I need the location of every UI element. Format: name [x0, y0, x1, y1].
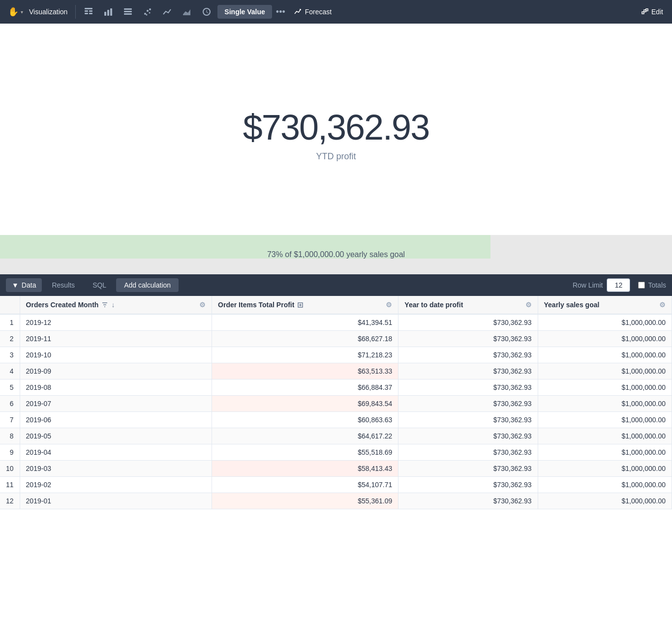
cell-ytd-profit: $730,362.93 [398, 363, 538, 380]
svg-rect-0 [85, 8, 92, 9]
cell-row-num: 1 [0, 314, 20, 331]
cell-total-profit: $41,394.51 [212, 314, 398, 331]
row-limit-label: Row Limit [573, 281, 603, 289]
cell-ytd-profit: $730,362.93 [398, 396, 538, 412]
list-icon [123, 7, 133, 17]
svg-rect-2 [89, 10, 92, 12]
cell-orders-month: 2019-03 [20, 461, 212, 477]
area-chart-button[interactable] [178, 3, 196, 21]
single-value-icon-button[interactable] [198, 3, 215, 21]
single-value-label: YTD profit [316, 151, 356, 162]
svg-rect-10 [124, 13, 132, 15]
cell-yearly-goal: $1,000,000.00 [538, 396, 672, 412]
col-header-total-profit[interactable]: Order Items Total Profit ⚙ [212, 296, 398, 314]
cell-yearly-goal: $1,000,000.00 [538, 314, 672, 331]
table-body: 12019-12$41,394.51$730,362.93$1,000,000.… [0, 314, 672, 509]
scatter-chart-button[interactable] [139, 3, 156, 21]
cell-orders-month: 2019-04 [20, 444, 212, 461]
single-value-number: $730,362.93 [243, 107, 429, 147]
forecast-button[interactable]: Forecast [289, 5, 336, 19]
cell-yearly-goal: $1,000,000.00 [538, 380, 672, 396]
logo-button[interactable]: ✋ ▾ [4, 6, 27, 17]
cell-row-num: 12 [0, 493, 20, 509]
cell-yearly-goal: $1,000,000.00 [538, 331, 672, 347]
cell-orders-month: 2019-05 [20, 428, 212, 444]
toolbar: ✋ ▾ Visualization [0, 0, 672, 24]
table-row: 102019-03$58,413.43$730,362.93$1,000,000… [0, 461, 672, 477]
svg-rect-4 [89, 13, 92, 14]
table-view-button[interactable] [80, 3, 97, 21]
more-options-button[interactable]: ••• [274, 7, 287, 17]
edit-icon [641, 8, 648, 15]
col-header-orders-month[interactable]: Orders Created Month ↓ ⚙ [20, 296, 212, 314]
tab-sql[interactable]: SQL [85, 278, 114, 292]
totals-checkbox[interactable] [638, 282, 645, 289]
cell-total-profit: $71,218.23 [212, 347, 398, 363]
svg-point-14 [146, 14, 148, 16]
tab-data[interactable]: ▼ Data [6, 278, 42, 292]
table-row: 12019-12$41,394.51$730,362.93$1,000,000.… [0, 314, 672, 331]
row-limit-group: Row Limit [573, 278, 630, 292]
forecast-label: Forecast [305, 8, 332, 16]
cell-ytd-profit: $730,362.93 [398, 461, 538, 477]
col-header-yearly-goal[interactable]: Yearly sales goal ⚙ [538, 296, 672, 314]
row-limit-input[interactable] [607, 278, 630, 292]
data-panel-header: ▼ Data Results SQL Add calculation Row L… [0, 274, 672, 296]
table-row: 122019-01$55,361.09$730,362.93$1,000,000… [0, 493, 672, 509]
cell-row-num: 11 [0, 477, 20, 493]
col-header-ytd-profit[interactable]: Year to date profit ⚙ [398, 296, 538, 314]
add-calculation-button[interactable]: Add calculation [116, 278, 179, 292]
list-view-button[interactable] [119, 3, 137, 21]
cell-ytd-profit: $730,362.93 [398, 477, 538, 493]
cell-ytd-profit: $730,362.93 [398, 347, 538, 363]
bar-chart-button[interactable] [99, 3, 117, 21]
line-chart-button[interactable] [158, 3, 176, 21]
total-profit-label: Order Items Total Profit [218, 301, 294, 309]
cell-orders-month: 2019-09 [20, 363, 212, 380]
line-chart-icon [162, 7, 172, 17]
yearly-goal-label: Yearly sales goal [544, 301, 600, 309]
cell-row-num: 3 [0, 347, 20, 363]
cell-total-profit: $63,513.33 [212, 363, 398, 380]
cell-row-num: 8 [0, 428, 20, 444]
totals-group: Totals [638, 281, 666, 289]
cell-ytd-profit: $730,362.93 [398, 493, 538, 509]
tab-data-chevron-icon: ▼ [12, 281, 19, 289]
svg-rect-6 [107, 10, 109, 16]
table-header-row: Orders Created Month ↓ ⚙ Order Items Tot… [0, 296, 672, 314]
cell-total-profit: $64,617.22 [212, 428, 398, 444]
tab-data-label: Data [22, 281, 36, 289]
cell-row-num: 6 [0, 396, 20, 412]
cell-orders-month: 2019-01 [20, 493, 212, 509]
cell-row-num: 9 [0, 444, 20, 461]
ytd-profit-gear-icon[interactable]: ⚙ [525, 301, 532, 309]
area-chart-icon [182, 7, 192, 17]
tab-results[interactable]: Results [44, 278, 83, 292]
cell-orders-month: 2019-06 [20, 412, 212, 428]
cell-row-num: 2 [0, 331, 20, 347]
cell-total-profit: $66,884.37 [212, 380, 398, 396]
filter-icon [101, 301, 108, 308]
svg-rect-5 [104, 12, 106, 16]
orders-month-gear-icon[interactable]: ⚙ [199, 301, 206, 309]
cell-yearly-goal: $1,000,000.00 [538, 477, 672, 493]
table-row: 112019-02$54,107.71$730,362.93$1,000,000… [0, 477, 672, 493]
single-value-button[interactable]: Single Value [217, 5, 272, 19]
cell-ytd-profit: $730,362.93 [398, 380, 538, 396]
cell-orders-month: 2019-07 [20, 396, 212, 412]
cell-orders-month: 2019-11 [20, 331, 212, 347]
total-profit-gear-icon[interactable]: ⚙ [386, 301, 392, 309]
toolbar-separator [75, 5, 76, 19]
yearly-goal-gear-icon[interactable]: ⚙ [659, 301, 666, 309]
svg-point-13 [149, 8, 151, 10]
ytd-profit-label: Year to date profit [404, 301, 463, 309]
table-row: 42019-09$63,513.33$730,362.93$1,000,000.… [0, 363, 672, 380]
svg-point-11 [144, 13, 146, 15]
cell-orders-month: 2019-12 [20, 314, 212, 331]
cell-row-num: 7 [0, 412, 20, 428]
table-icon [84, 7, 93, 17]
goal-bar-container: 73% of $1,000,000.00 yearly sales goal [0, 235, 672, 274]
edit-button[interactable]: Edit [637, 5, 668, 19]
cell-yearly-goal: $1,000,000.00 [538, 428, 672, 444]
cell-ytd-profit: $730,362.93 [398, 314, 538, 331]
